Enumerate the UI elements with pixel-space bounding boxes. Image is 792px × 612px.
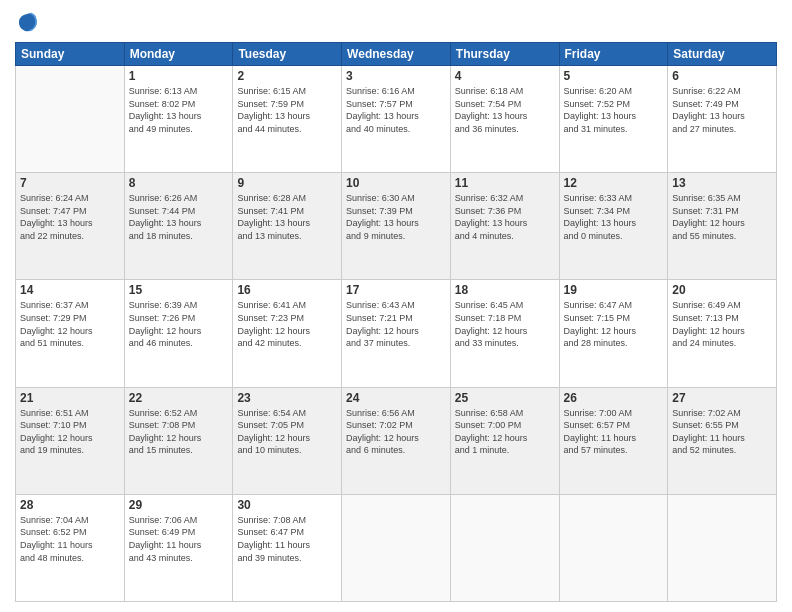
calendar-cell: 23Sunrise: 6:54 AM Sunset: 7:05 PM Dayli… xyxy=(233,387,342,494)
day-number: 15 xyxy=(129,283,229,297)
calendar-cell: 21Sunrise: 6:51 AM Sunset: 7:10 PM Dayli… xyxy=(16,387,125,494)
day-number: 3 xyxy=(346,69,446,83)
day-number: 22 xyxy=(129,391,229,405)
day-number: 6 xyxy=(672,69,772,83)
day-info: Sunrise: 6:43 AM Sunset: 7:21 PM Dayligh… xyxy=(346,299,446,349)
calendar-cell: 28Sunrise: 7:04 AM Sunset: 6:52 PM Dayli… xyxy=(16,494,125,601)
calendar-cell: 30Sunrise: 7:08 AM Sunset: 6:47 PM Dayli… xyxy=(233,494,342,601)
day-info: Sunrise: 6:16 AM Sunset: 7:57 PM Dayligh… xyxy=(346,85,446,135)
calendar: SundayMondayTuesdayWednesdayThursdayFrid… xyxy=(15,42,777,602)
day-number: 29 xyxy=(129,498,229,512)
calendar-cell: 25Sunrise: 6:58 AM Sunset: 7:00 PM Dayli… xyxy=(450,387,559,494)
day-number: 28 xyxy=(20,498,120,512)
day-info: Sunrise: 7:06 AM Sunset: 6:49 PM Dayligh… xyxy=(129,514,229,564)
calendar-cell: 19Sunrise: 6:47 AM Sunset: 7:15 PM Dayli… xyxy=(559,280,668,387)
day-number: 19 xyxy=(564,283,664,297)
page: SundayMondayTuesdayWednesdayThursdayFrid… xyxy=(0,0,792,612)
calendar-cell: 6Sunrise: 6:22 AM Sunset: 7:49 PM Daylig… xyxy=(668,66,777,173)
day-info: Sunrise: 6:18 AM Sunset: 7:54 PM Dayligh… xyxy=(455,85,555,135)
day-info: Sunrise: 6:54 AM Sunset: 7:05 PM Dayligh… xyxy=(237,407,337,457)
day-number: 25 xyxy=(455,391,555,405)
weekday-header: Sunday xyxy=(16,43,125,66)
calendar-cell: 12Sunrise: 6:33 AM Sunset: 7:34 PM Dayli… xyxy=(559,173,668,280)
day-number: 7 xyxy=(20,176,120,190)
calendar-cell xyxy=(668,494,777,601)
day-info: Sunrise: 6:35 AM Sunset: 7:31 PM Dayligh… xyxy=(672,192,772,242)
day-number: 4 xyxy=(455,69,555,83)
calendar-week-row: 14Sunrise: 6:37 AM Sunset: 7:29 PM Dayli… xyxy=(16,280,777,387)
day-number: 30 xyxy=(237,498,337,512)
day-info: Sunrise: 6:56 AM Sunset: 7:02 PM Dayligh… xyxy=(346,407,446,457)
header xyxy=(15,10,777,34)
calendar-cell: 15Sunrise: 6:39 AM Sunset: 7:26 PM Dayli… xyxy=(124,280,233,387)
calendar-cell: 29Sunrise: 7:06 AM Sunset: 6:49 PM Dayli… xyxy=(124,494,233,601)
day-info: Sunrise: 6:32 AM Sunset: 7:36 PM Dayligh… xyxy=(455,192,555,242)
day-info: Sunrise: 6:13 AM Sunset: 8:02 PM Dayligh… xyxy=(129,85,229,135)
calendar-cell xyxy=(559,494,668,601)
calendar-cell: 20Sunrise: 6:49 AM Sunset: 7:13 PM Dayli… xyxy=(668,280,777,387)
day-info: Sunrise: 6:26 AM Sunset: 7:44 PM Dayligh… xyxy=(129,192,229,242)
day-number: 16 xyxy=(237,283,337,297)
day-info: Sunrise: 7:02 AM Sunset: 6:55 PM Dayligh… xyxy=(672,407,772,457)
weekday-header: Thursday xyxy=(450,43,559,66)
day-info: Sunrise: 6:33 AM Sunset: 7:34 PM Dayligh… xyxy=(564,192,664,242)
day-number: 26 xyxy=(564,391,664,405)
calendar-cell: 1Sunrise: 6:13 AM Sunset: 8:02 PM Daylig… xyxy=(124,66,233,173)
day-number: 2 xyxy=(237,69,337,83)
day-number: 21 xyxy=(20,391,120,405)
calendar-cell: 11Sunrise: 6:32 AM Sunset: 7:36 PM Dayli… xyxy=(450,173,559,280)
day-number: 27 xyxy=(672,391,772,405)
day-info: Sunrise: 6:41 AM Sunset: 7:23 PM Dayligh… xyxy=(237,299,337,349)
day-number: 10 xyxy=(346,176,446,190)
weekday-header: Monday xyxy=(124,43,233,66)
calendar-week-row: 7Sunrise: 6:24 AM Sunset: 7:47 PM Daylig… xyxy=(16,173,777,280)
calendar-cell: 26Sunrise: 7:00 AM Sunset: 6:57 PM Dayli… xyxy=(559,387,668,494)
logo-icon xyxy=(15,10,39,34)
day-info: Sunrise: 7:04 AM Sunset: 6:52 PM Dayligh… xyxy=(20,514,120,564)
calendar-cell: 9Sunrise: 6:28 AM Sunset: 7:41 PM Daylig… xyxy=(233,173,342,280)
day-info: Sunrise: 7:00 AM Sunset: 6:57 PM Dayligh… xyxy=(564,407,664,457)
day-info: Sunrise: 6:58 AM Sunset: 7:00 PM Dayligh… xyxy=(455,407,555,457)
calendar-cell: 4Sunrise: 6:18 AM Sunset: 7:54 PM Daylig… xyxy=(450,66,559,173)
day-number: 11 xyxy=(455,176,555,190)
calendar-cell: 8Sunrise: 6:26 AM Sunset: 7:44 PM Daylig… xyxy=(124,173,233,280)
weekday-header: Friday xyxy=(559,43,668,66)
day-info: Sunrise: 6:49 AM Sunset: 7:13 PM Dayligh… xyxy=(672,299,772,349)
calendar-week-row: 1Sunrise: 6:13 AM Sunset: 8:02 PM Daylig… xyxy=(16,66,777,173)
day-number: 13 xyxy=(672,176,772,190)
calendar-cell: 10Sunrise: 6:30 AM Sunset: 7:39 PM Dayli… xyxy=(342,173,451,280)
calendar-cell: 2Sunrise: 6:15 AM Sunset: 7:59 PM Daylig… xyxy=(233,66,342,173)
day-number: 24 xyxy=(346,391,446,405)
calendar-cell: 18Sunrise: 6:45 AM Sunset: 7:18 PM Dayli… xyxy=(450,280,559,387)
day-info: Sunrise: 6:52 AM Sunset: 7:08 PM Dayligh… xyxy=(129,407,229,457)
calendar-cell: 14Sunrise: 6:37 AM Sunset: 7:29 PM Dayli… xyxy=(16,280,125,387)
weekday-header: Tuesday xyxy=(233,43,342,66)
calendar-cell: 7Sunrise: 6:24 AM Sunset: 7:47 PM Daylig… xyxy=(16,173,125,280)
day-number: 1 xyxy=(129,69,229,83)
day-number: 20 xyxy=(672,283,772,297)
calendar-cell: 22Sunrise: 6:52 AM Sunset: 7:08 PM Dayli… xyxy=(124,387,233,494)
day-number: 23 xyxy=(237,391,337,405)
day-number: 5 xyxy=(564,69,664,83)
calendar-week-row: 21Sunrise: 6:51 AM Sunset: 7:10 PM Dayli… xyxy=(16,387,777,494)
calendar-week-row: 28Sunrise: 7:04 AM Sunset: 6:52 PM Dayli… xyxy=(16,494,777,601)
day-info: Sunrise: 6:37 AM Sunset: 7:29 PM Dayligh… xyxy=(20,299,120,349)
day-info: Sunrise: 7:08 AM Sunset: 6:47 PM Dayligh… xyxy=(237,514,337,564)
day-info: Sunrise: 6:47 AM Sunset: 7:15 PM Dayligh… xyxy=(564,299,664,349)
calendar-cell xyxy=(450,494,559,601)
calendar-cell: 24Sunrise: 6:56 AM Sunset: 7:02 PM Dayli… xyxy=(342,387,451,494)
day-info: Sunrise: 6:24 AM Sunset: 7:47 PM Dayligh… xyxy=(20,192,120,242)
calendar-cell: 3Sunrise: 6:16 AM Sunset: 7:57 PM Daylig… xyxy=(342,66,451,173)
calendar-cell xyxy=(16,66,125,173)
day-number: 8 xyxy=(129,176,229,190)
day-info: Sunrise: 6:20 AM Sunset: 7:52 PM Dayligh… xyxy=(564,85,664,135)
calendar-cell: 17Sunrise: 6:43 AM Sunset: 7:21 PM Dayli… xyxy=(342,280,451,387)
calendar-cell: 5Sunrise: 6:20 AM Sunset: 7:52 PM Daylig… xyxy=(559,66,668,173)
day-info: Sunrise: 6:39 AM Sunset: 7:26 PM Dayligh… xyxy=(129,299,229,349)
day-number: 12 xyxy=(564,176,664,190)
calendar-header-row: SundayMondayTuesdayWednesdayThursdayFrid… xyxy=(16,43,777,66)
calendar-cell: 13Sunrise: 6:35 AM Sunset: 7:31 PM Dayli… xyxy=(668,173,777,280)
day-info: Sunrise: 6:30 AM Sunset: 7:39 PM Dayligh… xyxy=(346,192,446,242)
day-info: Sunrise: 6:22 AM Sunset: 7:49 PM Dayligh… xyxy=(672,85,772,135)
calendar-cell xyxy=(342,494,451,601)
